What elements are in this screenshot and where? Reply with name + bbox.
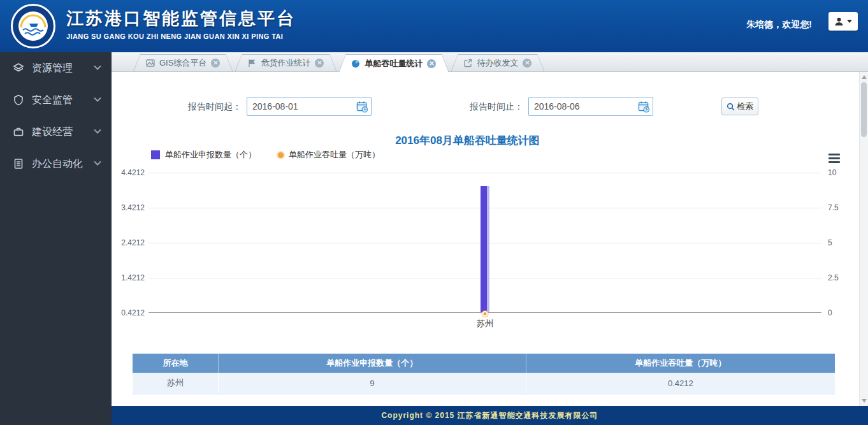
- sidebar-item-label: 资源管理: [32, 62, 73, 75]
- cell-throughput: 0.4212: [526, 373, 835, 394]
- calendar-icon[interactable]: [635, 97, 653, 115]
- report-start-label: 报告时间起：: [188, 97, 242, 116]
- legend-label: 单船作业申报数量（个）: [165, 149, 256, 161]
- flag-icon: [247, 59, 256, 68]
- report-end-field: [528, 97, 653, 116]
- pie-chart-icon: [351, 59, 360, 68]
- table-header-location: 所在地: [133, 354, 218, 373]
- sidebar-item-label: 建设经营: [32, 126, 73, 139]
- scroll-down-icon[interactable]: [862, 399, 867, 403]
- sidebar-item-office-automation[interactable]: 办公自动化: [0, 148, 112, 180]
- chart-plot-area: 苏州: [148, 173, 821, 313]
- chevron-down-icon: [94, 159, 101, 166]
- left-axis-tick: 1.4212: [115, 273, 145, 282]
- briefcase-icon: [13, 126, 24, 138]
- gridline: [148, 173, 821, 173]
- scrollbar-thumb[interactable]: [861, 82, 867, 137]
- report-start-input[interactable]: [247, 101, 353, 112]
- left-axis-tick: 3.4212: [115, 203, 145, 212]
- left-axis-tick: 0.4212: [115, 308, 145, 317]
- sidebar: 资源管理 安全监管 建设经营 办公自动化: [0, 52, 112, 425]
- sidebar-item-safety-supervision[interactable]: 安全监管: [0, 84, 112, 116]
- map-icon: [146, 59, 155, 68]
- x-axis-category-label: 苏州: [477, 318, 493, 329]
- cell-declared-count: 9: [218, 373, 526, 394]
- app-title: 江苏港口智能监管信息平台: [66, 7, 296, 30]
- search-icon: [727, 103, 735, 111]
- table-row: 苏州 9 0.4212: [133, 373, 835, 394]
- shield-icon: [13, 94, 24, 106]
- user-icon: [834, 17, 844, 26]
- left-axis-tick: 2.4212: [115, 238, 145, 247]
- outbox-icon: [463, 59, 472, 68]
- close-icon[interactable]: [427, 59, 436, 68]
- vertical-scrollbar[interactable]: [859, 72, 868, 406]
- document-icon: [13, 158, 24, 169]
- tab-label: 危货作业统计: [261, 57, 310, 69]
- port-logo-icon: [10, 3, 56, 49]
- chevron-down-icon: [94, 63, 101, 70]
- table-header-declared-count: 单船作业申报数量（个）: [218, 354, 526, 373]
- footer: Copyright © 2015 江苏省新通智能交通科技发展有限公司: [112, 406, 868, 425]
- right-axis-tick: 5: [828, 238, 856, 247]
- sidebar-item-label: 办公自动化: [32, 157, 83, 171]
- right-axis-tick: 10: [828, 168, 856, 177]
- chart-legend: 单船作业申报数量（个） 单船作业吞吐量（万吨）: [151, 149, 380, 161]
- right-axis-tick: 7.5: [828, 203, 856, 212]
- scroll-up-icon[interactable]: [862, 75, 867, 79]
- tab-label: GIS综合平台: [159, 57, 206, 69]
- sidebar-item-construction-operation[interactable]: 建设经营: [0, 116, 112, 148]
- tab-label: 待办收发文: [477, 57, 518, 69]
- stats-table: 所在地 单船作业申报数量（个） 单船作业吞吐量（万吨） 苏州 9 0.4212: [133, 354, 835, 394]
- declared-count-bar: [481, 186, 489, 312]
- tab-gis-platform[interactable]: GIS综合平台: [133, 54, 233, 71]
- table-header-row: 所在地 单船作业申报数量（个） 单船作业吞吐量（万吨）: [133, 354, 835, 373]
- sidebar-item-label: 安全监管: [32, 94, 73, 107]
- tab-dangerous-cargo-stats[interactable]: 危货作业统计: [235, 54, 336, 71]
- close-icon[interactable]: [523, 59, 532, 68]
- right-axis-tick: 2.5: [828, 273, 856, 282]
- app-subtitle: JIANG SU GANG KOU ZHI NENG JIAN GUAN XIN…: [66, 32, 296, 40]
- tab-label: 单船吞吐量统计: [365, 58, 423, 69]
- app-header: 江苏港口智能监管信息平台 JIANG SU GANG KOU ZHI NENG …: [0, 0, 868, 52]
- layers-icon: [13, 62, 24, 74]
- right-axis-tick: 0: [828, 308, 856, 317]
- legend-item-declared-count[interactable]: 单船作业申报数量（个）: [151, 149, 256, 161]
- tab-single-ship-throughput-stats[interactable]: 单船吞吐量统计: [338, 54, 449, 72]
- brand-block: 江苏港口智能监管信息平台 JIANG SU GANG KOU ZHI NENG …: [66, 7, 296, 40]
- chevron-down-icon: [94, 127, 101, 134]
- legend-item-throughput[interactable]: 单船作业吞吐量（万吨）: [278, 149, 380, 161]
- sidebar-item-resource-management[interactable]: 资源管理: [0, 52, 112, 84]
- user-menu-button[interactable]: [828, 12, 858, 31]
- throughput-point: [482, 311, 488, 317]
- report-end-input[interactable]: [529, 101, 635, 112]
- legend-point-swatch: [278, 152, 284, 158]
- left-axis-tick: 4.4212: [115, 168, 145, 177]
- tab-strip: GIS综合平台 危货作业统计 单船吞吐量统计: [112, 52, 868, 72]
- tab-pending-documents[interactable]: 待办收发文: [451, 54, 544, 71]
- tab-content: 报告时间起： 报告时间止：: [112, 72, 868, 406]
- legend-label: 单船作业吞吐量（万吨）: [289, 149, 380, 161]
- main-area: GIS综合平台 危货作业统计 单船吞吐量统计: [112, 52, 868, 406]
- chart-title: 2016年08月单船吞吐量统计图: [112, 133, 823, 148]
- report-end-label: 报告时间止：: [470, 97, 523, 116]
- search-button[interactable]: 检索: [721, 97, 758, 115]
- welcome-text: 朱培德，欢迎您!: [746, 19, 812, 31]
- search-button-label: 检索: [737, 101, 753, 112]
- copyright-text: Copyright © 2015 江苏省新通智能交通科技发展有限公司: [381, 410, 598, 421]
- chart-menu-icon[interactable]: [828, 154, 840, 163]
- cell-location: 苏州: [133, 373, 218, 394]
- caret-down-icon: [847, 20, 852, 23]
- close-icon[interactable]: [211, 59, 220, 68]
- chevron-down-icon: [94, 95, 101, 102]
- report-start-field: [247, 97, 372, 116]
- close-icon[interactable]: [315, 59, 324, 68]
- calendar-icon[interactable]: [353, 97, 371, 115]
- table-header-throughput: 单船作业吞吐量（万吨）: [526, 354, 835, 373]
- legend-bar-swatch: [151, 150, 160, 159]
